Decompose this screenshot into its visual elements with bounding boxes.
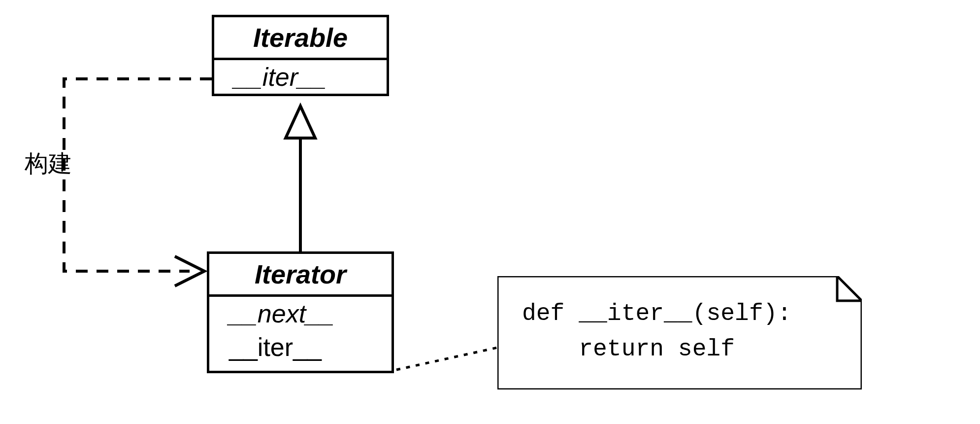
class-iterator-method-next: __next__: [209, 297, 392, 330]
note-connector: [396, 348, 497, 370]
svg-marker-1: [286, 106, 315, 138]
diagram-canvas: Iterable __iter__ Iterator __next__ __it…: [0, 0, 980, 424]
class-iterator-name: Iterator: [209, 254, 392, 297]
class-iterable: Iterable __iter__: [212, 15, 389, 96]
note-box: def __iter__(self): return self: [497, 276, 862, 389]
inheritance-arrow: [286, 106, 315, 251]
note-text: def __iter__(self): return self: [497, 276, 862, 387]
dependency-arrow: [64, 79, 212, 286]
svg-line-2: [396, 348, 497, 370]
class-iterator: Iterator __next__ __iter__: [207, 251, 394, 373]
class-iterable-method-iter: __iter__: [214, 60, 387, 94]
class-iterator-method-iter: __iter__: [209, 330, 392, 371]
builds-label: 构建: [25, 148, 72, 179]
class-iterable-name: Iterable: [214, 17, 387, 60]
